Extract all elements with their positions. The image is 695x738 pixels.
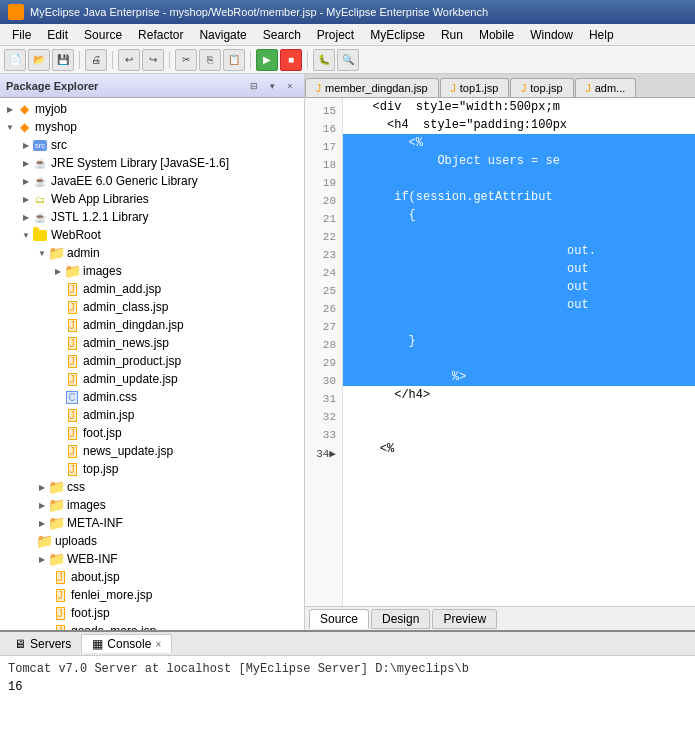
pe-collapse-button[interactable]: ⊟ [246, 78, 262, 94]
separator-3 [169, 51, 170, 69]
tree-item-css-folder[interactable]: ▶ 📁 css [0, 478, 304, 496]
admin-update-icon: J [64, 371, 80, 387]
src-label: src [51, 138, 67, 152]
menu-item-source[interactable]: Source [76, 26, 130, 44]
tree-item-javaee[interactable]: ▶ ☕ JavaEE 6.0 Generic Library [0, 172, 304, 190]
codeline-15: <div style="width:500px;m [343, 98, 695, 116]
tab-adm[interactable]: J adm... [575, 78, 637, 97]
myjob-arrow: ▶ [4, 103, 16, 115]
tree-item-jstl[interactable]: ▶ ☕ JSTL 1.2.1 Library [0, 208, 304, 226]
paste-button[interactable]: 📋 [223, 49, 245, 71]
save-button[interactable]: 💾 [52, 49, 74, 71]
menu-item-navigate[interactable]: Navigate [191, 26, 254, 44]
webroot-arrow: ▼ [20, 229, 32, 241]
tree-item-admin-dingdan[interactable]: J admin_dingdan.jsp [0, 316, 304, 334]
about-icon: J [52, 569, 68, 585]
copy-button[interactable]: ⎘ [199, 49, 221, 71]
menu-item-myeclipse[interactable]: MyEclipse [362, 26, 433, 44]
code-content[interactable]: <div style="width:500px;m <h4 style="pad… [343, 98, 695, 606]
preview-tab[interactable]: Preview [432, 609, 497, 629]
tree-item-foot-webroot[interactable]: J foot.jsp [0, 604, 304, 622]
design-tab[interactable]: Design [371, 609, 430, 629]
admin-update-label: admin_update.jsp [83, 372, 178, 386]
menu-item-file[interactable]: File [4, 26, 39, 44]
linenum-22: 22 [305, 228, 342, 246]
separator-4 [250, 51, 251, 69]
tree-item-myshop[interactable]: ▼ ◆ myshop [0, 118, 304, 136]
tree-item-src[interactable]: ▶ src src [0, 136, 304, 154]
news-update-label: news_update.jsp [83, 444, 173, 458]
images-webroot-arrow: ▶ [36, 499, 48, 511]
pe-menu-button[interactable]: ▾ [264, 78, 280, 94]
menu-item-window[interactable]: Window [522, 26, 581, 44]
tree-item-webapp[interactable]: ▶ 🗂 Web App Libraries [0, 190, 304, 208]
menu-item-refactor[interactable]: Refactor [130, 26, 191, 44]
menu-item-help[interactable]: Help [581, 26, 622, 44]
jstl-arrow: ▶ [20, 211, 32, 223]
tree-item-images-admin[interactable]: ▶ 📁 images [0, 262, 304, 280]
tree-item-foot-jsp[interactable]: J foot.jsp [0, 424, 304, 442]
search-button[interactable]: 🔍 [337, 49, 359, 71]
codeline-18: Object users = se [343, 152, 695, 170]
linenum-23: 23 [305, 246, 342, 264]
menu-item-search[interactable]: Search [255, 26, 309, 44]
tree-item-uploads[interactable]: 📁 uploads [0, 532, 304, 550]
foot-webroot-label: foot.jsp [71, 606, 110, 620]
console-close-icon[interactable]: × [155, 639, 161, 650]
tree-item-images-webroot[interactable]: ▶ 📁 images [0, 496, 304, 514]
pe-close-button[interactable]: × [282, 78, 298, 94]
menu-item-edit[interactable]: Edit [39, 26, 76, 44]
cut-button[interactable]: ✂ [175, 49, 197, 71]
meta-inf-arrow: ▶ [36, 517, 48, 529]
open-button[interactable]: 📂 [28, 49, 50, 71]
news-update-icon: J [64, 443, 80, 459]
console-label: Console [107, 637, 151, 651]
tree-item-webroot[interactable]: ▼ WebRoot [0, 226, 304, 244]
console-line-number: 16 [8, 678, 687, 696]
new-button[interactable]: 📄 [4, 49, 26, 71]
tree-item-top-jsp[interactable]: J top.jsp [0, 460, 304, 478]
menu-item-project[interactable]: Project [309, 26, 362, 44]
tree-item-admin-product[interactable]: J admin_product.jsp [0, 352, 304, 370]
code-view: 15 16 17 18 19 20 21 22 23 24 25 26 27 2… [305, 98, 695, 606]
tab-member-dingdan[interactable]: J member_dingdan.jsp [305, 78, 439, 97]
tree-item-admin-update[interactable]: J admin_update.jsp [0, 370, 304, 388]
undo-button[interactable]: ↩ [118, 49, 140, 71]
tree-item-jre[interactable]: ▶ ☕ JRE System Library [JavaSE-1.6] [0, 154, 304, 172]
source-tab[interactable]: Source [309, 609, 369, 629]
run-button[interactable]: ▶ [256, 49, 278, 71]
tree-item-web-inf[interactable]: ▶ 📁 WEB-INF [0, 550, 304, 568]
tree-item-admin[interactable]: ▼ 📁 admin [0, 244, 304, 262]
pe-toolbar: ⊟ ▾ × [246, 78, 298, 94]
menu-item-run[interactable]: Run [433, 26, 471, 44]
redo-button[interactable]: ↪ [142, 49, 164, 71]
tree-item-admin-class[interactable]: J admin_class.jsp [0, 298, 304, 316]
tree-item-admin-jsp[interactable]: J admin.jsp [0, 406, 304, 424]
debug-button[interactable]: 🐛 [313, 49, 335, 71]
src-arrow: ▶ [20, 139, 32, 151]
myjob-icon: ◆ [16, 101, 32, 117]
menu-item-mobile[interactable]: Mobile [471, 26, 522, 44]
tree-item-fenlei-more[interactable]: J fenlei_more.jsp [0, 586, 304, 604]
tree-item-about[interactable]: J about.jsp [0, 568, 304, 586]
stop-button[interactable]: ■ [280, 49, 302, 71]
fenlei-more-label: fenlei_more.jsp [71, 588, 152, 602]
linenum-33: 33 [305, 426, 342, 444]
admin-label: admin [67, 246, 100, 260]
tree-item-news-update[interactable]: J news_update.jsp [0, 442, 304, 460]
tab-top1[interactable]: J top1.jsp [440, 78, 510, 97]
images-admin-arrow: ▶ [52, 265, 64, 277]
goods-more-icon: J [52, 623, 68, 630]
codeline-30: %> [343, 368, 695, 386]
uploads-label: uploads [55, 534, 97, 548]
tree-item-meta-inf[interactable]: ▶ 📁 META-INF [0, 514, 304, 532]
tab-top[interactable]: J top.jsp [510, 78, 573, 97]
tree-item-goods-more[interactable]: J goods_more.jsp [0, 622, 304, 630]
print-button[interactable]: 🖨 [85, 49, 107, 71]
console-tab[interactable]: ▦ Console × [81, 634, 172, 653]
tree-item-myjob[interactable]: ▶ ◆ myjob [0, 100, 304, 118]
servers-tab[interactable]: 🖥 Servers [4, 635, 81, 653]
tree-item-admin-add[interactable]: J admin_add.jsp [0, 280, 304, 298]
tree-item-admin-news[interactable]: J admin_news.jsp [0, 334, 304, 352]
tree-item-admin-css[interactable]: C admin.css [0, 388, 304, 406]
